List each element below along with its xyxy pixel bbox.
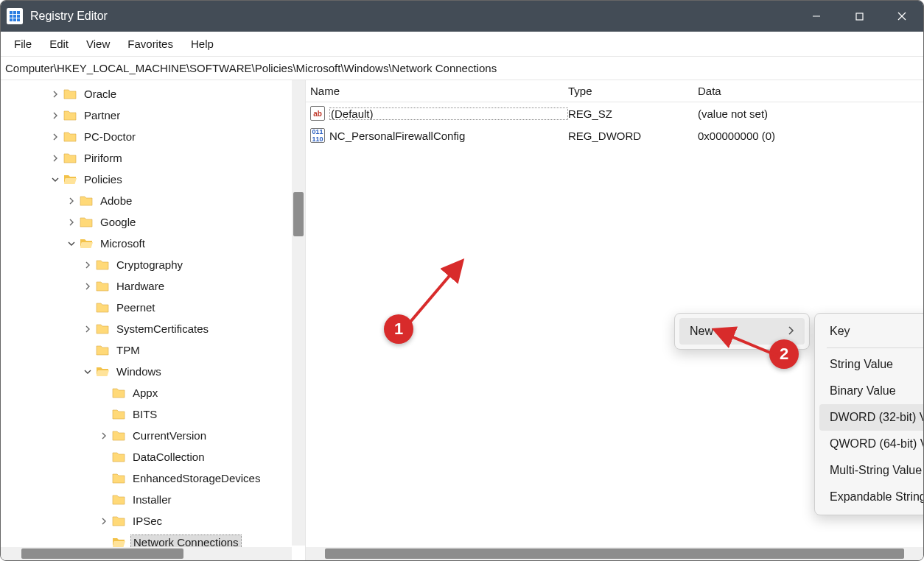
address-bar[interactable]: Computer\HKEY_LOCAL_MACHINE\SOFTWARE\Pol… (1, 57, 923, 80)
menu-view[interactable]: View (77, 35, 119, 53)
ctx-item-label: String Value (830, 358, 893, 371)
tree-item-microsoft[interactable]: Microsoft (1, 233, 305, 254)
tree-item-curver[interactable]: CurrentVersion (1, 425, 305, 446)
arrow-icon (405, 254, 471, 328)
svg-rect-7 (13, 18, 16, 21)
chevron-right-icon[interactable] (49, 88, 61, 100)
minimize-button[interactable] (795, 1, 838, 32)
chevron-right-icon[interactable] (49, 131, 61, 143)
chevron-right-icon[interactable] (82, 323, 94, 335)
folder-icon (95, 300, 110, 315)
scrollbar-thumb[interactable] (293, 192, 304, 236)
ctx-item-label: Binary Value (830, 384, 896, 398)
titlebar[interactable]: Registry Editor (1, 1, 923, 32)
folder-icon (111, 386, 126, 401)
col-data[interactable]: Data (698, 85, 923, 97)
tree-item-esd[interactable]: EnhancedStorageDevices (1, 468, 305, 489)
folder-icon (111, 428, 126, 443)
tree-label: Windows (114, 364, 164, 378)
tree-item-oracle[interactable]: Oracle (1, 83, 305, 105)
ctx-item-label: Multi-String Value (830, 464, 922, 477)
svg-rect-2 (17, 11, 20, 14)
ctx-item-label: Expandable String Value (830, 490, 923, 504)
tree-vertical-scrollbar[interactable] (292, 80, 305, 546)
maximize-button[interactable] (838, 1, 881, 32)
value-list[interactable]: ab (Default) REG_SZ (value not set) 0111… (306, 102, 923, 547)
tree-item-installer[interactable]: Installer (1, 489, 305, 510)
tree-item-datacoll[interactable]: DataCollection (1, 446, 305, 468)
tree-item-windows[interactable]: Windows (1, 361, 305, 382)
menu-favorites[interactable]: Favorites (119, 35, 182, 53)
ctx-item-label: Key (830, 325, 850, 338)
tree-label: PC-Doctor (82, 130, 138, 144)
tree-horizontal-scrollbar[interactable] (1, 547, 292, 560)
context-submenu: Key String Value Binary Value DWORD (32-… (814, 313, 923, 515)
tree-item-bits[interactable]: BITS (1, 403, 305, 425)
ctx-item-string[interactable]: String Value (819, 351, 923, 378)
menu-edit[interactable]: Edit (41, 35, 77, 53)
col-name[interactable]: Name (310, 85, 568, 97)
tree-item-peernet[interactable]: Peernet (1, 297, 305, 318)
menubar: File Edit View Favorites Help (1, 32, 923, 57)
scrollbar-thumb[interactable] (325, 548, 904, 559)
folder-open-icon (63, 172, 77, 187)
tree-item-partner[interactable]: Partner (1, 105, 305, 126)
ctx-item-key[interactable]: Key (819, 318, 923, 345)
svg-rect-10 (856, 13, 863, 20)
dword-value-icon: 011110 (310, 128, 325, 143)
tree-item-syscert[interactable]: SystemCertificates (1, 318, 305, 339)
chevron-right-icon[interactable] (82, 259, 94, 271)
chevron-right-icon[interactable] (98, 430, 110, 442)
tree[interactable]: OraclePartnerPC-DoctorPiriformPoliciesAd… (1, 80, 305, 547)
folder-icon (95, 279, 110, 294)
value-row[interactable]: ab (Default) REG_SZ (value not set) (306, 102, 923, 124)
chevron-right-icon[interactable] (66, 195, 77, 207)
menu-help[interactable]: Help (182, 35, 223, 53)
tree-item-google[interactable]: Google (1, 211, 305, 233)
ctx-item-dword[interactable]: DWORD (32-bit) Value (819, 404, 923, 431)
svg-rect-6 (10, 18, 13, 21)
ctx-item-expandstring[interactable]: Expandable String Value (819, 484, 923, 510)
ctx-item-qword[interactable]: QWORD (64-bit) Value (819, 431, 923, 457)
folder-icon (63, 151, 77, 166)
value-type: REG_SZ (568, 107, 698, 120)
tree-item-tpm[interactable]: TPM (1, 339, 305, 361)
value-row[interactable]: 011110 NC_PersonalFirewallConfig REG_DWO… (306, 124, 923, 147)
tree-item-adobe[interactable]: Adobe (1, 190, 305, 211)
svg-rect-4 (13, 15, 16, 18)
chevron-right-icon[interactable] (66, 216, 77, 228)
tree-item-hardware[interactable]: Hardware (1, 275, 305, 297)
tree-item-ipsec[interactable]: IPSec (1, 510, 305, 532)
tree-item-pcdoctor[interactable]: PC-Doctor (1, 126, 305, 147)
folder-icon (63, 87, 77, 102)
col-type[interactable]: Type (568, 85, 698, 97)
svg-rect-8 (17, 18, 20, 21)
close-button[interactable] (881, 1, 923, 32)
tree-item-crypto[interactable]: Cryptography (1, 254, 305, 275)
app-title: Registry Editor (30, 10, 795, 23)
tree-label: Hardware (114, 279, 167, 293)
list-horizontal-scrollbar[interactable] (306, 547, 923, 560)
tree-label: Network Connections (130, 534, 242, 547)
scrollbar-thumb[interactable] (21, 548, 183, 559)
chevron-down-icon[interactable] (82, 366, 94, 378)
chevron-down-icon[interactable] (66, 238, 77, 250)
tree-label: TPM (114, 343, 142, 357)
tree-item-netconn[interactable]: Network Connections (1, 532, 305, 547)
tree-item-appx[interactable]: Appx (1, 382, 305, 403)
folder-open-icon (111, 535, 126, 548)
callout-1: 1 (384, 314, 413, 344)
menu-file[interactable]: File (5, 35, 41, 53)
chevron-right-icon[interactable] (98, 515, 110, 527)
chevron-right-icon[interactable] (49, 110, 61, 121)
chevron-right-icon[interactable] (82, 280, 94, 292)
tree-label: Installer (130, 493, 174, 507)
tree-label: Policies (82, 172, 125, 186)
ctx-item-binary[interactable]: Binary Value (819, 378, 923, 404)
tree-label: CurrentVersion (130, 428, 209, 442)
ctx-item-multistring[interactable]: Multi-String Value (819, 457, 923, 484)
tree-item-policies[interactable]: Policies (1, 169, 305, 190)
tree-item-piriform[interactable]: Piriform (1, 147, 305, 169)
chevron-down-icon[interactable] (49, 174, 61, 186)
chevron-right-icon[interactable] (49, 152, 61, 164)
